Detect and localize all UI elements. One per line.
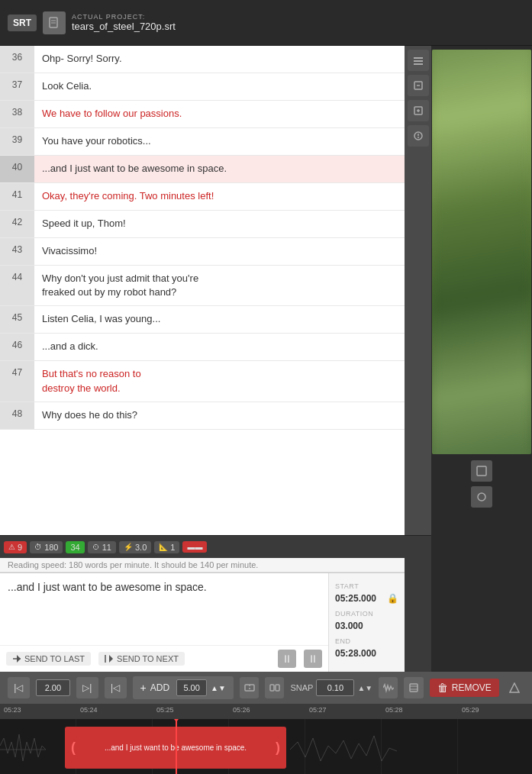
row-text: Vivacissimo! <box>34 238 405 264</box>
subtitle-row-41[interactable]: 41Okay, they're coming. Two minutes left… <box>0 183 405 211</box>
end-label: END <box>335 637 398 645</box>
subtitle-row-43[interactable]: 43Vivacissimo! <box>0 238 405 266</box>
status-errors: ⚠ 9 <box>4 541 27 553</box>
row-text: You have your robotics... <box>34 128 405 154</box>
top-bar: SRT ACTUAL PROJECT: tears_of_steel_720p.… <box>0 0 532 46</box>
extra-btn[interactable] <box>505 677 524 698</box>
clock-icon: ⏱ <box>34 543 42 551</box>
timer-icon: ⏲ <box>92 543 100 551</box>
row-text: Okay, they're coming. Two minutes left! <box>34 183 405 209</box>
row-number: 46 <box>0 334 34 360</box>
status-snap: 📐 1 <box>154 541 179 553</box>
play-pause-right[interactable]: ⏸ <box>304 650 322 668</box>
speed-icon: ⚡ <box>124 543 133 551</box>
duration-label: DURATION <box>335 610 398 618</box>
snap-stepper[interactable]: ▲▼ <box>357 684 372 692</box>
toolbar-btn-4[interactable] <box>408 125 429 147</box>
subtitle-row-38[interactable]: 38We have to follow our passions. <box>0 101 405 128</box>
status-words: ⏱ 180 <box>30 541 63 553</box>
timeline-tick-1: 05:24 <box>80 706 98 714</box>
playhead[interactable] <box>176 719 177 774</box>
srt-badge: SRT <box>8 15 37 31</box>
bracket-close: ) <box>276 740 280 756</box>
file-icon[interactable] <box>43 11 66 34</box>
subtitle-row-45[interactable]: 45Listen Celia, I was young... <box>0 306 405 334</box>
send-to-next-button[interactable]: SEND TO NEXT <box>98 652 185 666</box>
add-amount-input[interactable] <box>176 679 207 696</box>
start-value: 05:25.000 <box>335 593 376 604</box>
status-speed: ⚡ 3.0 <box>119 541 151 553</box>
subtitle-row-39[interactable]: 39You have your robotics... <box>0 128 405 156</box>
lock-icon[interactable]: 🔒 <box>387 593 398 604</box>
side-toolbar <box>405 46 431 535</box>
row-text: Listen Celia, I was young... <box>34 306 405 332</box>
row-text: ...and a dick. <box>34 334 405 360</box>
row-number: 47 <box>0 361 34 401</box>
add-value-input[interactable] <box>36 679 70 696</box>
collapse-left-btn[interactable]: |◁ <box>8 677 30 698</box>
row-text: Look Celia. <box>34 73 405 99</box>
row-number: 43 <box>0 238 34 265</box>
subtitle-row-36[interactable]: 36Ohp- Sorry! Sorry. <box>0 46 405 73</box>
video-btn-2[interactable] <box>471 486 492 508</box>
end-value: 05:28.000 <box>335 648 398 659</box>
row-text: Why does he do this? <box>34 402 405 428</box>
right-panel <box>431 46 532 672</box>
row-text: But that's no reason to destroy the worl… <box>34 361 405 401</box>
play-pause-left[interactable]: ⏸ <box>278 650 296 668</box>
snap-value-input[interactable] <box>316 679 354 696</box>
project-label: ACTUAL PROJECT: <box>72 13 176 21</box>
add-button[interactable]: + ADD ▲▼ <box>133 676 234 699</box>
waveform-icon[interactable] <box>379 677 398 698</box>
time-panel: START 05:25.000 🔒 DURATION 03.000 END 05… <box>328 573 405 672</box>
subtitle-row-48[interactable]: 48Why does he do this? <box>0 402 405 430</box>
snap-control: SNAP ▲▼ <box>290 679 372 696</box>
main-area: 36Ohp- Sorry! Sorry.37Look Celia.38We ha… <box>0 46 532 672</box>
settings-icon[interactable] <box>404 677 423 698</box>
snap-icon: 📐 <box>159 543 168 551</box>
row-text: ...and I just want to be awesome in spac… <box>34 156 405 182</box>
video-btn-1[interactable] <box>471 460 492 482</box>
remove-button[interactable]: 🗑 REMOVE <box>430 679 499 697</box>
row-number: 44 <box>0 266 34 305</box>
left-panel: 36Ohp- Sorry! Sorry.37Look Celia.38We ha… <box>0 46 431 672</box>
expand-right-btn[interactable]: ▷| <box>76 677 98 698</box>
subtitle-row-44[interactable]: 44Why don't you just admit that you're f… <box>0 266 405 306</box>
subtitle-list: 36Ohp- Sorry! Sorry.37Look Celia.38We ha… <box>0 46 405 535</box>
subtitle-row-47[interactable]: 47But that's no reason to destroy the wo… <box>0 361 405 402</box>
toolbar-btn-1[interactable] <box>408 50 429 71</box>
start-label: START <box>335 582 398 590</box>
project-info: ACTUAL PROJECT: tears_of_steel_720p.srt <box>72 13 176 32</box>
video-toolbar <box>468 460 495 508</box>
overflow-icon: ▬▬ <box>187 543 202 551</box>
timeline-tick-0: 05:23 <box>4 706 21 714</box>
add-stepper[interactable]: ▲▼ <box>211 684 226 692</box>
waveform-area[interactable]: ( ...and I just want to be awesome in sp… <box>0 719 532 774</box>
svg-rect-5 <box>414 63 423 65</box>
svg-rect-4 <box>414 60 423 62</box>
row-number: 39 <box>0 128 34 155</box>
row-number: 38 <box>0 101 34 127</box>
subtitle-row-40[interactable]: 40...and I just want to be awesome in sp… <box>0 156 405 183</box>
send-to-last-button[interactable]: SEND TO LAST <box>6 652 91 666</box>
subtitle-row-46[interactable]: 46...and a dick. <box>0 334 405 361</box>
expand-left-btn[interactable]: |◁ <box>105 677 127 698</box>
subtitle-row-37[interactable]: 37Look Celia. <box>0 73 405 101</box>
row-text: We have to follow our passions. <box>34 101 405 127</box>
add-remove-bar: |◁ ▷| |◁ + ADD ▲▼ SNAP ▲▼ 🗑 REMOVE <box>0 672 532 704</box>
error-icon: ⚠ <box>8 543 15 551</box>
split-icon[interactable] <box>240 677 259 698</box>
row-number: 36 <box>0 46 34 73</box>
timeline-tick-5: 05:28 <box>385 706 403 714</box>
timeline-area: 05:2305:2405:2505:2605:2705:2805:29 ( ..… <box>0 704 532 774</box>
subtitle-edit-input[interactable] <box>0 573 328 645</box>
merge-icon[interactable] <box>265 677 284 698</box>
duration-value: 03.000 <box>335 621 398 631</box>
svg-marker-27 <box>510 683 519 692</box>
subtitle-row-42[interactable]: 42Speed it up, Thom! <box>0 211 405 238</box>
row-text: Ohp- Sorry! Sorry. <box>34 46 405 72</box>
toolbar-btn-2[interactable] <box>408 75 429 96</box>
toolbar-btn-3[interactable] <box>408 100 429 121</box>
svg-rect-23 <box>276 685 279 691</box>
row-number: 45 <box>0 306 34 333</box>
